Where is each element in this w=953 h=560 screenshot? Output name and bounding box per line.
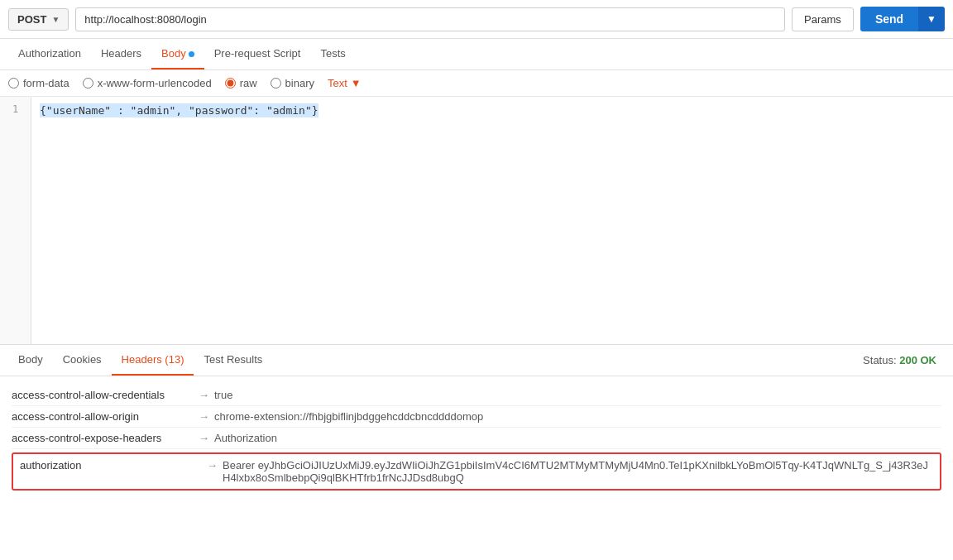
tab-body[interactable]: Body — [151, 39, 204, 69]
form-data-option[interactable]: form-data — [8, 77, 69, 89]
header-value-credentials: true — [214, 389, 232, 401]
response-tab-headers[interactable]: Headers (13) — [112, 345, 194, 376]
response-tab-body[interactable]: Body — [8, 345, 53, 376]
header-value-authorization: Bearer eyJhbGciOiJIUzUxMiJ9.eyJzdWIiOiJh… — [223, 459, 933, 484]
code-editor: 1 {"userName" : "admin", "password": "ad… — [0, 97, 953, 345]
body-dot — [189, 51, 194, 57]
header-arrow-3: → — [207, 459, 218, 471]
header-name-authorization: authorization — [20, 459, 202, 471]
code-line-1: {"userName" : "admin", "password": "admi… — [40, 103, 318, 117]
method-chevron-icon: ▼ — [51, 15, 60, 24]
request-tabs-row: Authorization Headers Body Pre-request S… — [0, 39, 953, 70]
text-type-selector[interactable]: Text ▼ — [328, 77, 362, 89]
response-tab-testresults[interactable]: Test Results — [194, 345, 272, 376]
raw-radio[interactable] — [225, 78, 236, 89]
status-value: 200 OK — [899, 354, 936, 366]
response-tab-cookies[interactable]: Cookies — [53, 345, 112, 376]
header-row-credentials: access-control-allow-credentials → true — [12, 385, 941, 406]
header-name-origin: access-control-allow-origin — [12, 410, 194, 423]
binary-radio[interactable] — [271, 78, 281, 89]
tab-prerequest[interactable]: Pre-request Script — [204, 39, 311, 69]
header-name-expose: access-control-expose-headers — [12, 432, 194, 444]
form-data-radio[interactable] — [8, 78, 19, 89]
tab-headers[interactable]: Headers — [91, 39, 151, 69]
header-arrow-2: → — [199, 432, 209, 444]
tab-authorization[interactable]: Authorization — [8, 39, 91, 69]
header-arrow-1: → — [199, 410, 209, 423]
send-button[interactable]: Send — [860, 7, 918, 31]
send-dropdown-button[interactable]: ▼ — [918, 7, 945, 31]
header-value-origin: chrome-extension://fhbjgbiflinjbdggehcdd… — [214, 410, 483, 423]
header-name-credentials: access-control-allow-credentials — [12, 389, 194, 401]
urlencoded-option[interactable]: x-www-form-urlencoded — [83, 77, 212, 89]
response-panel: Body Cookies Headers (13) Test Results S… — [0, 345, 953, 502]
method-label: POST — [17, 13, 46, 26]
method-select[interactable]: POST ▼ — [8, 8, 69, 31]
url-input[interactable] — [75, 7, 785, 31]
line-number-1: 1 — [0, 103, 31, 115]
binary-option[interactable]: binary — [271, 77, 314, 89]
line-numbers: 1 — [0, 97, 31, 344]
response-tabs-row: Body Cookies Headers (13) Test Results S… — [0, 345, 953, 376]
urlencoded-radio[interactable] — [83, 78, 93, 89]
header-row-origin: access-control-allow-origin → chrome-ext… — [12, 406, 941, 428]
params-button[interactable]: Params — [792, 7, 854, 31]
send-button-group: Send ▼ — [860, 7, 945, 31]
header-row-expose: access-control-expose-headers → Authoriz… — [12, 428, 941, 449]
tab-tests[interactable]: Tests — [310, 39, 355, 69]
header-value-expose: Authorization — [214, 432, 277, 444]
top-bar: POST ▼ Params Send ▼ — [0, 0, 953, 39]
response-headers-list: access-control-allow-credentials → true … — [0, 376, 953, 502]
code-content[interactable]: {"userName" : "admin", "password": "admi… — [31, 97, 953, 344]
status-area: Status: 200 OK — [863, 354, 945, 366]
header-arrow-0: → — [199, 389, 209, 401]
text-type-chevron-icon: ▼ — [351, 77, 362, 89]
raw-option[interactable]: raw — [225, 77, 257, 89]
header-row-authorization: authorization → Bearer eyJhbGciOiJIUzUxM… — [12, 452, 941, 491]
body-options-row: form-data x-www-form-urlencoded raw bina… — [0, 70, 953, 97]
response-tabs: Body Cookies Headers (13) Test Results — [8, 345, 272, 376]
